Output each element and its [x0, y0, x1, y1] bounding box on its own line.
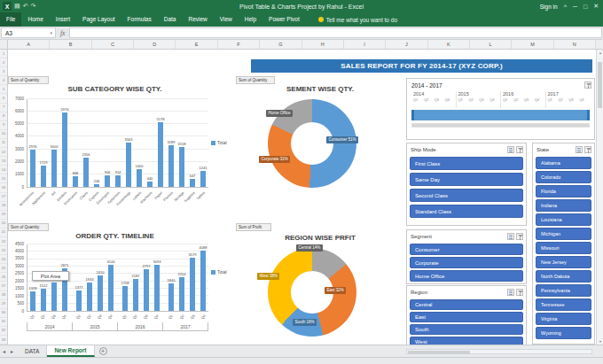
column-header-a[interactable]: A — [8, 40, 50, 49]
row-header-15[interactable]: 15 — [0, 174, 7, 183]
row-header-29[interactable]: 29 — [0, 300, 7, 309]
timeline-quarter-2014-q4[interactable]: Q4 — [445, 97, 456, 102]
bar-q2-1[interactable] — [41, 289, 47, 311]
column-header-h[interactable]: H — [302, 40, 344, 49]
close-button[interactable]: ✕ — [593, 3, 599, 10]
slicer-item-second-class[interactable]: Second Class — [410, 189, 523, 202]
timeline-quarter-2016-q1[interactable]: Q1 — [503, 97, 513, 102]
row-header-18[interactable]: 18 — [0, 202, 7, 211]
bar-q3-6[interactable] — [98, 275, 104, 311]
row-header-1[interactable]: 1 — [0, 50, 7, 58]
bar-q2-9[interactable] — [133, 279, 139, 311]
slicer-item-south[interactable]: South — [410, 324, 523, 335]
multi-select-icon[interactable] — [507, 233, 514, 240]
slicer-item-new-jersey[interactable]: New Jersey — [536, 256, 591, 268]
column-header-f[interactable]: F — [218, 40, 260, 49]
bar-q3-2[interactable] — [51, 283, 58, 311]
column-header-b[interactable]: B — [50, 40, 91, 49]
row-header-28[interactable]: 28 — [0, 291, 7, 300]
row-header-27[interactable]: 27 — [0, 282, 7, 290]
row-header-26[interactable]: 26 — [0, 273, 7, 282]
timeline-scrollbar-thumb[interactable] — [412, 124, 589, 127]
column-header-k[interactable]: K — [428, 40, 470, 49]
maximize-button[interactable]: □ — [583, 4, 587, 10]
ribbon-tab-review[interactable]: Review — [182, 12, 213, 27]
bar-accessories-0[interactable] — [30, 150, 36, 187]
column-header-g[interactable]: G — [260, 40, 302, 49]
ribbon-tab-data[interactable]: Data — [158, 12, 183, 27]
timeline-quarter-2016-q3[interactable]: Q3 — [524, 97, 535, 102]
slicer-item-florida[interactable]: Florida — [536, 185, 591, 197]
row-header-12[interactable]: 12 — [0, 148, 7, 157]
row-header-5[interactable]: 5 — [0, 85, 7, 94]
ribbon-tab-view[interactable]: View — [214, 12, 239, 27]
slicer-item-corporate[interactable]: Corporate — [410, 257, 523, 268]
bar-binders-3[interactable] — [62, 112, 68, 187]
multi-select-icon[interactable] — [507, 146, 514, 153]
slicer-item-consumer[interactable]: Consumer — [410, 244, 523, 255]
row-header-13[interactable]: 13 — [0, 157, 7, 166]
bar-q1-12[interactable] — [168, 283, 175, 311]
redo-icon[interactable]: ↷ — [31, 2, 36, 11]
row-header-2[interactable]: 2 — [0, 58, 7, 67]
bar-supplies-15[interactable] — [190, 179, 196, 187]
bar-phones-13[interactable] — [168, 145, 175, 187]
bar-paper-12[interactable] — [158, 122, 164, 187]
sheet-nav-right-icon[interactable]: ▸ — [8, 348, 16, 354]
timeline-quarter-2015-q2[interactable]: Q2 — [468, 97, 479, 102]
row-header-30[interactable]: 30 — [0, 309, 7, 318]
sheet-nav-left-icon[interactable]: ◂ — [0, 348, 8, 354]
slicer-item-virginia[interactable]: Virginia — [536, 313, 591, 325]
sign-in-button[interactable]: Sign in — [540, 4, 558, 10]
bar-fasteners-8[interactable] — [115, 175, 121, 187]
name-box-dropdown-icon[interactable]: ▾ — [50, 30, 52, 35]
bar-q1-4[interactable] — [76, 290, 82, 311]
bar-labels-10[interactable] — [137, 169, 143, 187]
bar-q2-13[interactable] — [179, 277, 185, 311]
ribbon-tab-file[interactable]: File — [0, 12, 21, 27]
timeline-quarter-2016-q2[interactable]: Q2 — [513, 97, 524, 102]
slicer-item-home-office[interactable]: Home Office — [410, 270, 523, 282]
slicer-item-standard-class[interactable]: Standard Class — [410, 205, 523, 218]
bar-machines-11[interactable] — [147, 182, 153, 187]
horizontal-scrollbar-thumb[interactable] — [408, 351, 470, 354]
order-qty-timeline-chart[interactable]: ORDER QTY. TIMELINE 05001000150020002500… — [8, 232, 231, 344]
timeline-quarter-2017-q3[interactable]: Q3 — [568, 97, 579, 102]
timeline-selection-bar[interactable] — [411, 110, 590, 120]
ribbon-tab-formulas[interactable]: Formulas — [121, 12, 158, 27]
slicer-item-west[interactable]: West — [410, 337, 523, 345]
slicer-item-michigan[interactable]: Michigan — [536, 228, 591, 240]
select-all-corner[interactable] — [0, 40, 8, 49]
sheet-tab-data[interactable]: DATA — [18, 345, 47, 357]
row-header-19[interactable]: 19 — [0, 211, 7, 220]
clear-filter-icon[interactable] — [516, 233, 523, 240]
slicer-item-indiana[interactable]: Indiana — [536, 199, 591, 212]
bar-copiers-6[interactable] — [94, 184, 100, 187]
timeline-quarter-2014-q2[interactable]: Q2 — [424, 97, 435, 102]
slicer-item-missouri[interactable]: Missouri — [536, 242, 591, 254]
row-header-20[interactable]: 20 — [0, 220, 7, 228]
slicer-item-north-dakota[interactable]: North Dakota — [536, 270, 591, 283]
pivot-field-button-quantity-3[interactable]: Sum of Quantity — [236, 76, 275, 84]
name-box[interactable]: A3 ▾ — [1, 27, 56, 38]
slicer-item-louisiana[interactable]: Louisiana — [536, 213, 591, 226]
pivot-field-button-quantity-1[interactable]: Sum of Quantity — [8, 76, 49, 84]
timeline-quarter-2017-q1[interactable]: Q1 — [548, 97, 559, 102]
row-header-14[interactable]: 14 — [0, 166, 7, 174]
bar-q4-11[interactable] — [154, 265, 161, 311]
timeline-quarter-2014-q3[interactable]: Q3 — [435, 97, 445, 102]
row-header-3[interactable]: 3 — [0, 67, 7, 76]
timeline-quarter-2014-q1[interactable]: Q1 — [413, 97, 424, 102]
clear-filter-icon[interactable] — [516, 289, 523, 296]
ribbon-tab-insert[interactable]: Insert — [50, 12, 76, 27]
ribbon-display-options-icon[interactable]: ^ — [564, 4, 567, 10]
column-header-j[interactable]: J — [386, 40, 427, 49]
region-donut-chart[interactable]: Central 14% East 32% South 16% West 38% — [268, 248, 356, 337]
formula-input[interactable] — [69, 27, 602, 38]
multi-select-icon[interactable] — [576, 146, 583, 153]
timeline-quarter-2015-q3[interactable]: Q3 — [479, 97, 489, 102]
column-header-i[interactable]: I — [344, 40, 386, 49]
bar-bookcases-4[interactable] — [73, 176, 79, 187]
add-sheet-button[interactable]: + — [99, 347, 107, 355]
vertical-scrollbar[interactable]: ▴ ▾ — [596, 50, 603, 345]
